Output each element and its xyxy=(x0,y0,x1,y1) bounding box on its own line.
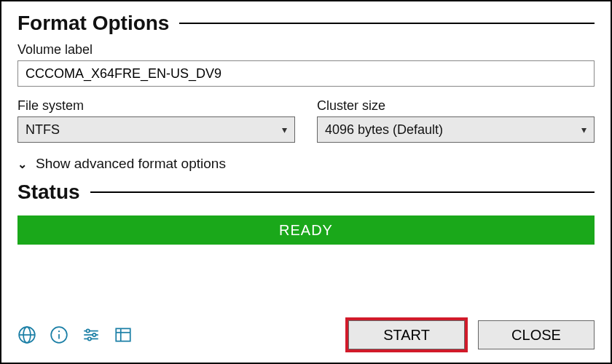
settings-icon[interactable] xyxy=(82,325,101,344)
bottom-row: START CLOSE xyxy=(17,320,595,349)
svg-point-8 xyxy=(87,329,90,332)
format-options-title: Format Options xyxy=(17,12,169,35)
globe-icon[interactable] xyxy=(17,325,36,344)
cluster-size-select[interactable]: 4096 bytes (Default) ▾ xyxy=(317,116,595,143)
svg-rect-11 xyxy=(116,328,130,341)
svg-point-10 xyxy=(88,337,91,340)
divider xyxy=(179,23,595,24)
cluster-size-value: 4096 bytes (Default) xyxy=(325,122,443,138)
status-title: Status xyxy=(17,181,80,204)
svg-point-4 xyxy=(58,331,60,332)
status-bar: READY xyxy=(17,215,595,245)
chevron-down-icon: ▾ xyxy=(282,124,287,135)
log-icon[interactable] xyxy=(114,325,133,344)
cluster-size-label: Cluster size xyxy=(317,98,595,114)
advanced-options-label: Show advanced format options xyxy=(36,156,226,172)
file-system-select[interactable]: NTFS ▾ xyxy=(17,116,295,143)
close-button[interactable]: CLOSE xyxy=(478,320,595,349)
info-icon[interactable] xyxy=(50,325,68,344)
divider xyxy=(90,191,595,193)
status-text: READY xyxy=(279,222,333,239)
toolbar-icons xyxy=(17,325,133,344)
svg-point-9 xyxy=(93,333,95,336)
file-system-value: NTFS xyxy=(26,122,60,138)
chevron-down-icon: ▾ xyxy=(581,124,586,135)
advanced-options-toggle[interactable]: ⌄ Show advanced format options xyxy=(17,156,595,172)
file-system-label: File system xyxy=(17,98,295,114)
status-header: Status xyxy=(17,181,595,204)
start-button[interactable]: START xyxy=(348,320,465,349)
action-buttons: START CLOSE xyxy=(348,320,595,349)
format-options-header: Format Options xyxy=(17,12,595,35)
chevron-down-icon: ⌄ xyxy=(17,157,27,171)
volume-label-input[interactable] xyxy=(17,60,595,87)
format-dialog: Format Options Volume label File system … xyxy=(0,0,612,364)
volume-label-label: Volume label xyxy=(17,42,595,58)
